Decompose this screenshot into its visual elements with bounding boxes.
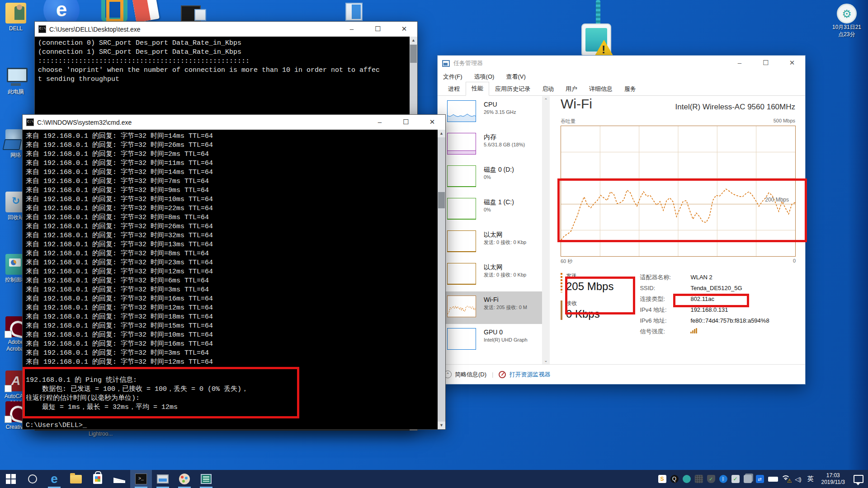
scroll-down-icon[interactable]: ▼ — [438, 422, 445, 429]
sidebar-item-sub: 5.6/31.8 GB (18%) — [484, 141, 542, 148]
clock[interactable]: 17:03 2019/11/3 — [821, 472, 845, 486]
scrollbar-thumb[interactable] — [410, 45, 417, 63]
terminal-line: (connection 0) SRC_port Des_port Data_Ra… — [38, 39, 410, 48]
maximize-button[interactable]: ☐ — [365, 22, 391, 37]
taskbar-paint-icon[interactable] — [174, 470, 195, 488]
sidebar-thumbnail — [447, 198, 476, 220]
ping-reply-line: 来自 192.168.0.1 的回复: 字节=32 时间=16ms TTL=64 — [26, 295, 438, 304]
grid-icon[interactable] — [695, 475, 703, 483]
ping-reply-line: 来自 192.168.0.1 的回复: 字节=32 时间=12ms TTL=64 — [26, 267, 438, 277]
task-manager-titlebar[interactable]: 任务管理器 – ☐ ✕ — [438, 56, 805, 71]
taskbar-mail-icon[interactable] — [108, 470, 130, 488]
tab-用户[interactable]: 用户 — [560, 82, 583, 96]
usb-check-icon[interactable]: ✓ — [731, 475, 740, 483]
ping-reply-line: 来自 192.168.0.1 的回复: 字节=32 时间=14ms TTL=64 — [26, 132, 438, 141]
sidebar-item-GPU-0[interactable]: GPU 0Intel(R) UHD Graph — [438, 324, 542, 357]
frame-app-icon[interactable] — [101, 0, 127, 22]
sidebar-item--[interactable]: 内存5.6/31.8 GB (18%) — [438, 129, 542, 161]
sidebar-item--0-D-[interactable]: 磁盘 0 (D:)0% — [438, 161, 542, 194]
qq-icon[interactable]: Q — [670, 475, 679, 483]
throughput-label: 吞吐量 — [561, 118, 576, 125]
tab-启动[interactable]: 启动 — [536, 82, 560, 96]
sidebar-thumbnail — [447, 263, 476, 285]
detail-row: 适配器名称:WLAN 2 — [640, 272, 769, 283]
this-pc-icon — [5, 66, 26, 87]
taskbar-start-icon[interactable] — [0, 470, 22, 488]
svg-text:200 Mbps: 200 Mbps — [765, 197, 789, 203]
sidebar-item--[interactable]: 以太网发送: 0 接收: 0 Kbp — [438, 226, 542, 259]
contact-icon[interactable] — [683, 475, 691, 483]
desktop-icon-this-pc[interactable]: 此电脑 — [0, 66, 33, 95]
receive-label: 接收 — [566, 300, 613, 307]
sidebar-item-text: 磁盘 1 (C:)0% — [484, 197, 542, 213]
teamviewer-icon[interactable]: ⇄ — [756, 475, 764, 483]
task-manager-title: 任务管理器 — [453, 59, 483, 67]
minimize-button[interactable]: – — [339, 22, 365, 37]
defender-icon[interactable]: ✓ — [707, 475, 715, 483]
taskbar-green-app-icon[interactable] — [195, 470, 217, 488]
taskbar-file-explorer-icon[interactable] — [65, 470, 87, 488]
volume-icon[interactable]: ◁) — [794, 475, 802, 483]
sogou-icon[interactable]: S — [658, 475, 666, 483]
sidebar-item-text: Wi-Fi发送: 205 接收: 0 M — [484, 294, 542, 311]
scrollbar-thumb[interactable] — [438, 192, 445, 208]
close-button[interactable]: ✕ — [419, 115, 445, 130]
close-button[interactable]: ✕ — [391, 22, 417, 37]
detail-row: SSID:Tenda_DE5120_5G — [640, 283, 769, 294]
receive-value: 0 Kbps — [566, 307, 613, 321]
receive-stat: 接收 0 Kbps — [561, 300, 613, 321]
taskbar-cmd-icon[interactable]: >_ — [130, 470, 152, 488]
display-switch-icon[interactable] — [744, 475, 752, 483]
desktop-icon-user-folder[interactable]: DELL — [0, 3, 33, 32]
tab-服务[interactable]: 服务 — [618, 82, 642, 96]
taskbar-task-manager-icon[interactable] — [152, 470, 174, 488]
console-app-icon[interactable] — [181, 5, 201, 22]
menu-V[interactable]: 查看(V) — [506, 73, 525, 81]
action-center-icon[interactable] — [854, 475, 863, 483]
blue-window-icon[interactable] — [345, 3, 363, 21]
menu-O[interactable]: 选项(O) — [474, 73, 495, 81]
ping-stats-line: 数据包: 已发送 = 100，已接收 = 100，丢失 = 0 (0% 丢失)， — [26, 385, 438, 394]
sidebar-item-name: 磁盘 1 (C:) — [484, 197, 542, 206]
test-exe-titlebar[interactable]: C:\Users\DELL\Desktop\test.exe – ☐ ✕ — [35, 22, 417, 37]
cmd-scrollbar[interactable]: ▲ ▼ — [438, 130, 445, 429]
ping-reply-line: 来自 192.168.0.1 的回复: 字节=32 时间=13ms TTL=64 — [26, 240, 438, 249]
tab-应用历史记录[interactable]: 应用历史记录 — [489, 82, 536, 96]
sidebar-item-Wi-Fi[interactable]: Wi-Fi发送: 205 接收: 0 M — [438, 291, 542, 324]
scroll-up-icon[interactable]: ⌃ — [542, 96, 550, 104]
battery-icon[interactable] — [768, 477, 777, 482]
scroll-up-icon[interactable]: ▲ — [410, 37, 417, 44]
maximize-button[interactable]: ☐ — [753, 56, 779, 71]
close-button[interactable]: ✕ — [779, 56, 805, 71]
sidebar-item--1-C-[interactable]: 磁盘 1 (C:)0% — [438, 194, 542, 226]
summary-toggle[interactable]: 简略信息(D) — [455, 371, 486, 379]
tab-进程[interactable]: 进程 — [442, 82, 466, 96]
text-cursor: _ — [83, 422, 87, 429]
sidebar-thumbnail — [447, 133, 476, 155]
scroll-up-icon[interactable]: ▲ — [438, 130, 445, 137]
taskbar-store-icon[interactable] — [87, 470, 108, 488]
minimize-button[interactable]: – — [367, 115, 393, 130]
scroll-down-icon[interactable]: ⌄ — [542, 357, 550, 364]
open-resource-monitor-link[interactable]: 打开资源监视器 — [509, 371, 550, 379]
language-indicator[interactable]: 英 — [807, 475, 815, 483]
minimize-button[interactable]: – — [726, 56, 753, 71]
wifi-warning-icon[interactable]: ⚠ — [781, 475, 790, 483]
menu-F[interactable]: 文件(F) — [443, 73, 462, 81]
taskbar-cortana-icon[interactable] — [22, 470, 43, 488]
sidebar-item--[interactable]: 以太网发送: 0 接收: 0 Kbp — [438, 259, 542, 291]
lightroom-icon-label[interactable]: Lightroo... — [89, 431, 113, 437]
console-window-icon — [38, 25, 46, 33]
cmd-titlebar[interactable]: C:\WINDOWS\system32\cmd.exe – ☐ ✕ — [23, 115, 445, 130]
phone-device-icon[interactable] — [581, 23, 611, 57]
tab-性能[interactable]: 性能 — [466, 82, 489, 96]
command-prompt[interactable]: C:\Users\DELL>_ — [26, 421, 438, 429]
desktop-clock-icon[interactable]: ⚙ 10月31日21 点23分 — [826, 4, 867, 38]
tab-详细信息[interactable]: 详细信息 — [583, 82, 618, 96]
notepad-app-icon[interactable] — [132, 0, 160, 23]
sidebar-item-CPU[interactable]: CPU26% 3.15 GHz — [438, 96, 542, 129]
bluetooth-icon[interactable]: ᛒ — [719, 475, 727, 483]
sidebar-scrollbar[interactable]: ⌃ ⌄ — [542, 96, 550, 364]
taskbar-edge-icon[interactable]: e — [43, 470, 65, 488]
maximize-button[interactable]: ☐ — [393, 115, 419, 130]
